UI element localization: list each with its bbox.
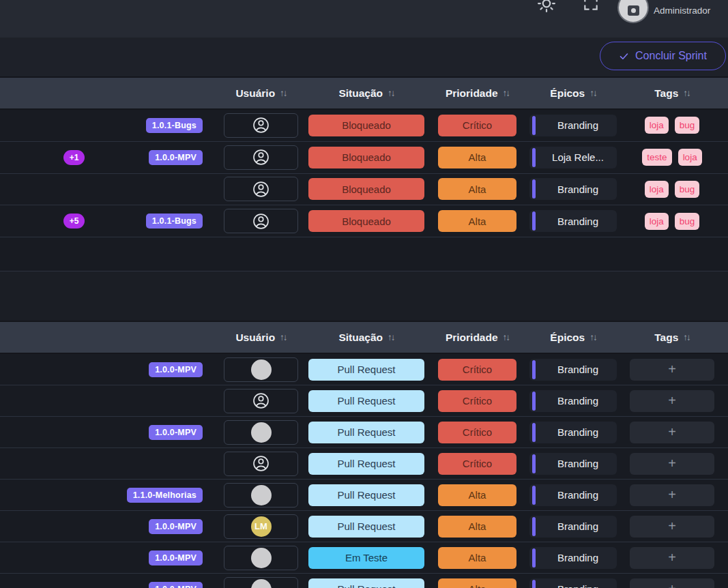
add-tag-button[interactable]: +	[630, 422, 714, 443]
sort-icon[interactable]: ↑↓	[503, 88, 510, 98]
add-tag-button[interactable]: +	[630, 390, 714, 412]
epic-chip[interactable]: Branding	[529, 516, 617, 538]
tag-chip[interactable]: bug	[675, 181, 700, 198]
status-chip[interactable]: Bloqueado	[308, 147, 424, 168]
assignee-button[interactable]	[224, 113, 298, 138]
epic-chip[interactable]: Branding	[529, 359, 617, 381]
assignee-button[interactable]	[224, 389, 298, 413]
tag-chip[interactable]: bug	[675, 213, 700, 230]
tag-chip[interactable]: bug	[675, 117, 700, 134]
epic-chip[interactable]: Branding	[529, 210, 617, 232]
person-icon	[252, 212, 270, 231]
top-navbar: Administrador	[0, 0, 728, 38]
status-chip[interactable]: Em Teste	[308, 547, 424, 569]
sort-icon[interactable]: ↑↓	[280, 88, 287, 98]
column-header-usuário: Usuário↑↓	[224, 87, 298, 100]
cell-priority: Crítico	[438, 390, 516, 412]
status-chip[interactable]: Pull Request	[308, 422, 424, 443]
tag-chip[interactable]: teste	[642, 149, 671, 166]
sprint-table-2: Usuário↑↓Situação↑↓Prioridade↑↓Épicos↑↓T…	[0, 321, 728, 588]
fullscreen-icon[interactable]	[582, 0, 600, 12]
priority-chip[interactable]: Alta	[438, 578, 516, 588]
assignee-button[interactable]	[224, 483, 298, 508]
version-badge: 1.0.0-MPV	[149, 550, 203, 565]
tag-chip[interactable]: loja	[645, 181, 669, 198]
status-chip[interactable]: Pull Request	[308, 578, 424, 588]
epic-chip[interactable]: Branding	[529, 115, 617, 136]
epic-label: Branding	[557, 520, 598, 532]
user-avatar[interactable]	[617, 0, 649, 23]
epic-chip[interactable]: Branding	[529, 453, 617, 475]
epic-chip[interactable]: Branding	[529, 422, 617, 443]
hidden-count-badge[interactable]: +5	[63, 214, 85, 229]
status-chip[interactable]: Bloqueado	[308, 115, 424, 136]
add-tag-button[interactable]: +	[630, 578, 714, 588]
cell-status: Pull Request	[308, 578, 424, 588]
sort-icon[interactable]: ↑↓	[280, 332, 287, 342]
theme-sun-icon[interactable]	[536, 0, 557, 14]
cell-status: Pull Request	[308, 359, 424, 381]
tag-chip[interactable]: loja	[678, 149, 702, 166]
hidden-count-badge[interactable]: +1	[63, 150, 85, 165]
cell-tags: +	[630, 359, 714, 381]
priority-chip[interactable]: Alta	[438, 210, 516, 232]
priority-chip[interactable]: Alta	[438, 484, 516, 506]
sort-icon[interactable]: ↑↓	[388, 332, 394, 342]
sort-icon[interactable]: ↑↓	[589, 332, 596, 342]
status-chip[interactable]: Pull Request	[308, 484, 424, 506]
cell-epic: Branding	[527, 547, 619, 569]
add-tag-button[interactable]: +	[630, 516, 714, 538]
assignee-button[interactable]	[224, 177, 298, 201]
add-tag-button[interactable]: +	[630, 453, 714, 475]
sort-icon[interactable]: ↑↓	[683, 332, 690, 342]
assignee-button[interactable]	[224, 145, 298, 170]
status-chip[interactable]: Bloqueado	[308, 210, 424, 232]
sort-icon[interactable]: ↑↓	[683, 88, 690, 98]
epic-chip[interactable]: Branding	[529, 390, 617, 412]
epic-chip[interactable]: Branding	[529, 484, 617, 506]
assignee-button[interactable]: LM	[224, 514, 298, 539]
priority-chip[interactable]: Alta	[438, 547, 516, 569]
add-tag-button[interactable]: +	[630, 359, 714, 381]
add-tag-button[interactable]: +	[630, 547, 714, 569]
priority-chip[interactable]: Crítico	[438, 359, 516, 381]
avatar-photo	[251, 359, 272, 380]
epic-color-bar	[532, 211, 536, 231]
status-chip[interactable]: Pull Request	[308, 516, 424, 538]
sort-icon[interactable]: ↑↓	[503, 332, 510, 342]
status-chip[interactable]: Pull Request	[308, 453, 424, 475]
priority-chip[interactable]: Alta	[438, 516, 516, 538]
sort-icon[interactable]: ↑↓	[589, 88, 596, 98]
priority-chip[interactable]: Crítico	[438, 115, 516, 136]
assignee-button[interactable]	[224, 420, 298, 445]
table-row: Pull RequestCríticoBranding+	[0, 385, 728, 417]
assignee-button[interactable]	[224, 546, 298, 570]
epic-label: Branding	[557, 426, 598, 438]
complete-sprint-button[interactable]: Concluir Sprint	[600, 42, 726, 70]
tag-chip[interactable]: loja	[645, 117, 669, 134]
assignee-button[interactable]	[224, 209, 298, 233]
epic-chip[interactable]: Branding	[529, 578, 617, 588]
section-gap	[0, 271, 728, 321]
priority-chip[interactable]: Alta	[438, 178, 516, 200]
avatar-initials: LM	[251, 516, 272, 537]
status-chip[interactable]: Bloqueado	[308, 178, 424, 200]
version-badge: 1.0.0-MPV	[149, 519, 203, 534]
priority-chip[interactable]: Crítico	[438, 390, 516, 412]
priority-chip[interactable]: Alta	[438, 147, 516, 168]
priority-chip[interactable]: Crítico	[438, 453, 516, 475]
assignee-button[interactable]	[224, 577, 298, 588]
column-header-situação: Situação↑↓	[308, 332, 424, 344]
epic-chip[interactable]: Loja Rele...	[529, 147, 617, 168]
add-tag-button[interactable]: +	[630, 484, 714, 506]
epic-chip[interactable]: Branding	[529, 178, 617, 200]
assignee-button[interactable]	[224, 357, 298, 382]
epic-chip[interactable]: Branding	[529, 547, 617, 569]
status-chip[interactable]: Pull Request	[308, 390, 424, 412]
status-chip[interactable]: Pull Request	[308, 359, 424, 381]
tag-chip[interactable]: loja	[645, 213, 669, 230]
assignee-button[interactable]	[224, 452, 298, 476]
priority-chip[interactable]: Crítico	[438, 422, 516, 443]
sort-icon[interactable]: ↑↓	[388, 88, 394, 98]
cell-user	[224, 145, 298, 170]
